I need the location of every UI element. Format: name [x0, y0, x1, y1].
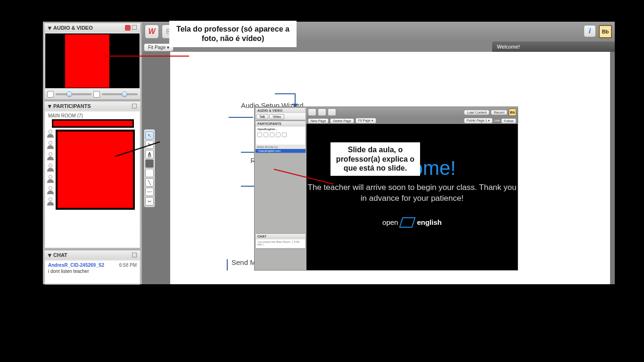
- mini-wb-button[interactable]: [308, 108, 316, 116]
- chevron-down-icon: ▶: [48, 254, 52, 257]
- whiteboard-toolpanel: ↖ ✎ A ╲ 〰 ✂: [144, 129, 155, 207]
- mini-crumbbar: New Page Delete Page Fit Page ▾ Public P…: [306, 117, 518, 124]
- mini-topbar: Load Content Record Bb: [306, 107, 518, 117]
- mini-wait-text: The teacher will arrive soon to begin yo…: [306, 182, 518, 204]
- pointer-tool[interactable]: ↖: [145, 131, 154, 140]
- mini-tool-icon[interactable]: [270, 132, 274, 137]
- avatar-column: [46, 130, 55, 206]
- audio-controls: [44, 89, 140, 99]
- participants-title: PARTICIPANTS: [53, 103, 91, 109]
- mini-newpage-button[interactable]: New Page: [308, 118, 329, 123]
- blackboard-button[interactable]: Bb: [599, 25, 612, 38]
- camera-icon[interactable]: [125, 25, 131, 31]
- mini-video-button[interactable]: Video: [269, 114, 284, 119]
- connector-line: [113, 141, 160, 156]
- mini-page-count: 1/49: [494, 119, 500, 122]
- user-icon: [46, 197, 55, 206]
- marker-tool[interactable]: 〰: [145, 188, 154, 196]
- chat-time: 6:58 PM: [119, 263, 137, 268]
- mini-record-button[interactable]: Record: [491, 110, 507, 115]
- welcome-tab[interactable]: Welcome!: [492, 41, 615, 52]
- app-window: ▶AUDIO & VIDEO ▶PARTICIPANTS: [43, 22, 615, 284]
- mini-av-title: AUDIO & VIDEO: [257, 109, 282, 112]
- mini-sidebar: AUDIO & VIDEO Talk Video PARTICIPANTS Op…: [255, 107, 306, 270]
- whiteboard-button[interactable]: W: [145, 25, 159, 39]
- chat-body: AndresR_CID-245269_S2 6:58 PM i dont lis…: [45, 261, 140, 283]
- mini-mainroom: MAIN ROOM (1): [256, 145, 305, 149]
- redacted-block: [52, 119, 134, 128]
- video-feed: [45, 33, 140, 88]
- logo-text-english: english: [417, 218, 442, 226]
- mini-deletepage-button[interactable]: Delete Page: [330, 118, 354, 123]
- chat-title: CHAT: [53, 252, 67, 258]
- participants-panel: ▶PARTICIPANTS MAIN ROOM (7): [44, 101, 141, 249]
- filled-rect-tool[interactable]: [145, 159, 154, 168]
- speaker-icon[interactable]: [93, 91, 100, 98]
- rect-tool[interactable]: [145, 169, 154, 177]
- callout-teacher-screen: Tela do professor (só aparece a foto, nã…: [169, 21, 297, 47]
- connector-line: [227, 259, 228, 271]
- mini-load-content-button[interactable]: Load Content: [464, 110, 489, 115]
- logo-parallelogram-icon: [399, 217, 416, 228]
- mini-host: OpenEnglish...: [256, 127, 305, 132]
- panel-menu-icon[interactable]: [132, 25, 137, 30]
- panel-menu-icon[interactable]: [132, 253, 137, 257]
- redacted-block: [65, 34, 109, 88]
- mini-bb-button[interactable]: Bb: [509, 108, 516, 116]
- mini-chat-msg: You joined the Main Room. ( 4:06 PM ): [256, 239, 305, 248]
- chevron-down-icon: ▶: [48, 27, 52, 30]
- clip-tool[interactable]: ✂: [145, 197, 154, 206]
- mini-tool-icon[interactable]: [257, 132, 262, 137]
- mini-tool-icon[interactable]: [264, 132, 268, 137]
- audio-video-header[interactable]: ▶AUDIO & VIDEO: [44, 23, 140, 33]
- chat-header[interactable]: ▶CHAT: [44, 250, 140, 260]
- mic-volume-slider[interactable]: [56, 93, 91, 95]
- callout-connector-line: [105, 56, 189, 57]
- mini-tool-icon[interactable]: [276, 132, 281, 137]
- mini-tool-icon[interactable]: [282, 132, 287, 137]
- logo-text-open: open: [382, 218, 398, 226]
- chat-message: i dont listen teacher: [48, 269, 137, 274]
- mini-fitpage-dropdown[interactable]: Fit Page ▾: [355, 118, 376, 123]
- user-icon: [46, 186, 55, 195]
- audio-video-panel: ▶AUDIO & VIDEO: [44, 23, 141, 100]
- line-tool[interactable]: ╲: [145, 178, 154, 187]
- participants-list: MAIN ROOM (7): [45, 112, 140, 247]
- mini-selected-row[interactable]: OpenEnglish.com: [256, 149, 305, 153]
- mini-part-title: PARTICIPANTS: [257, 122, 281, 125]
- main-room-label: MAIN ROOM (7): [45, 112, 140, 120]
- mini-chat-title: CHAT: [257, 235, 266, 238]
- chevron-down-icon: ▶: [48, 105, 52, 108]
- mini-web-button[interactable]: [328, 108, 336, 116]
- chat-panel: ▶CHAT AndresR_CID-245269_S2 6:58 PM i do…: [44, 250, 141, 285]
- openenglish-logo: open english: [382, 217, 442, 228]
- chat-user: AndresR_CID-245269_S2: [48, 263, 104, 268]
- panel-menu-icon[interactable]: [132, 104, 137, 108]
- connector-line: [229, 117, 253, 118]
- audio-video-title: AUDIO & VIDEO: [53, 25, 93, 31]
- callout-slide: Slide da aula, o professor(a) explica o …: [330, 142, 420, 176]
- user-icon: [46, 175, 55, 183]
- speaker-volume-slider[interactable]: [102, 93, 138, 95]
- mini-screenshot: AUDIO & VIDEO Talk Video PARTICIPANTS Op…: [254, 107, 518, 271]
- mini-follow-button[interactable]: Follow: [501, 118, 516, 123]
- mini-talk-button[interactable]: Talk: [256, 114, 268, 119]
- user-icon: [46, 164, 55, 172]
- mini-share-button[interactable]: [318, 108, 326, 116]
- mini-publicpage-dropdown[interactable]: Public Page 1 ▾: [464, 118, 493, 123]
- mic-icon[interactable]: [47, 91, 54, 98]
- user-icon: [46, 152, 55, 161]
- info-button[interactable]: i: [584, 25, 596, 37]
- participants-header[interactable]: ▶PARTICIPANTS: [44, 101, 140, 111]
- user-icon: [46, 141, 55, 149]
- user-icon: [46, 130, 55, 138]
